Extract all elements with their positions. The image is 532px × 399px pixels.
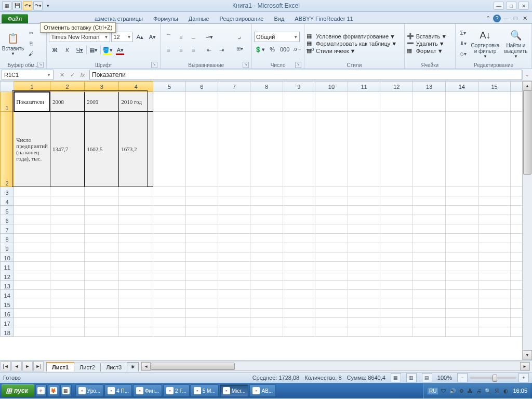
cell[interactable]: [445, 206, 478, 215]
column-header[interactable]: 12: [380, 82, 413, 92]
column-header[interactable]: 6: [185, 82, 218, 92]
cell[interactable]: [315, 299, 348, 309]
cell[interactable]: [153, 187, 185, 196]
cell[interactable]: [14, 281, 50, 290]
row-header[interactable]: 2: [1, 112, 14, 187]
cell[interactable]: [478, 299, 511, 309]
cell[interactable]: [218, 206, 250, 215]
column-header[interactable]: 14: [445, 82, 478, 92]
cell[interactable]: [50, 252, 84, 262]
percent-icon[interactable]: %: [267, 44, 278, 55]
number-format-combo[interactable]: Общий▼: [254, 32, 300, 42]
cell[interactable]: [85, 327, 119, 337]
cut-icon[interactable]: ✂: [26, 29, 36, 38]
cell[interactable]: [445, 92, 478, 112]
row-header[interactable]: 14: [1, 290, 14, 299]
name-box[interactable]: R1C1▼: [2, 70, 54, 80]
taskbar-app-button[interactable]: ▫Micr...: [220, 384, 249, 397]
column-header[interactable]: 10: [315, 82, 348, 92]
cell[interactable]: [445, 271, 478, 281]
cell[interactable]: [315, 234, 348, 243]
align-top-icon[interactable]: ⎴: [163, 31, 174, 43]
decrease-indent-icon[interactable]: ⇤: [203, 44, 215, 56]
tray-icon[interactable]: ◐: [502, 387, 509, 394]
cell[interactable]: [348, 224, 380, 234]
cell[interactable]: [119, 234, 153, 243]
row-header[interactable]: 1: [1, 92, 14, 112]
cell[interactable]: [185, 224, 218, 234]
align-bottom-icon[interactable]: ⎵: [188, 31, 199, 43]
cell[interactable]: [218, 234, 250, 243]
cell[interactable]: [478, 309, 511, 318]
cell[interactable]: [413, 327, 446, 337]
cell[interactable]: [185, 196, 218, 206]
cell[interactable]: [283, 309, 315, 318]
cell[interactable]: [478, 196, 511, 206]
cell[interactable]: [445, 327, 478, 337]
new-sheet-icon[interactable]: ✷: [127, 362, 139, 371]
excel-icon[interactable]: ▦: [2, 1, 11, 10]
cell[interactable]: [380, 318, 413, 327]
clear-icon[interactable]: ◇▾: [458, 49, 468, 59]
cell[interactable]: [185, 206, 218, 215]
ribbon-minimize-icon[interactable]: ⌃: [484, 14, 492, 22]
cell[interactable]: [153, 327, 185, 337]
cell[interactable]: [50, 215, 84, 224]
cell[interactable]: [218, 252, 250, 262]
cell[interactable]: [185, 234, 218, 243]
tray-icon[interactable]: 🔍: [484, 387, 491, 394]
cell[interactable]: [14, 196, 50, 206]
align-right-icon[interactable]: ≡: [188, 44, 199, 56]
cell[interactable]: [315, 224, 348, 234]
format-painter-icon[interactable]: 🖌: [26, 49, 36, 59]
taskbar-app-button[interactable]: ▫AB...: [249, 384, 276, 397]
cell[interactable]: [445, 309, 478, 318]
bold-button[interactable]: Ж: [49, 44, 60, 56]
taskbar-app-button[interactable]: ▫2 F...: [163, 384, 190, 397]
align-left-icon[interactable]: ≡: [163, 44, 174, 56]
cell[interactable]: [119, 243, 153, 252]
cell[interactable]: [380, 92, 413, 112]
column-header[interactable]: 4: [119, 82, 153, 92]
cell[interactable]: [478, 215, 511, 224]
cell[interactable]: [413, 187, 446, 196]
cell[interactable]: [315, 318, 348, 327]
cell[interactable]: [50, 243, 84, 252]
cell[interactable]: [413, 309, 446, 318]
cell[interactable]: [185, 187, 218, 196]
cell[interactable]: [380, 281, 413, 290]
cell[interactable]: [50, 318, 84, 327]
align-center-icon[interactable]: ≡: [175, 44, 187, 56]
cell[interactable]: [119, 299, 153, 309]
cell[interactable]: [445, 187, 478, 196]
column-header[interactable]: 5: [153, 82, 185, 92]
tab-view[interactable]: Вид: [269, 14, 289, 23]
cell[interactable]: [14, 224, 50, 234]
cell[interactable]: [119, 318, 153, 327]
row-header[interactable]: 8: [1, 234, 14, 243]
row-header[interactable]: 9: [1, 243, 14, 252]
zoom-in-icon[interactable]: +: [518, 373, 529, 382]
cell[interactable]: [348, 215, 380, 224]
cell[interactable]: [413, 281, 446, 290]
cell[interactable]: [380, 243, 413, 252]
cell[interactable]: [445, 281, 478, 290]
cell[interactable]: [315, 187, 348, 196]
cell[interactable]: [250, 243, 283, 252]
cell[interactable]: [185, 290, 218, 299]
format-cells-button[interactable]: ▦Формат▼: [407, 47, 447, 54]
font-size-combo[interactable]: 12▼: [111, 32, 133, 42]
cell[interactable]: [250, 196, 283, 206]
column-header[interactable]: 9: [283, 82, 315, 92]
cell[interactable]: [413, 206, 446, 215]
cell[interactable]: [153, 206, 185, 215]
row-header[interactable]: 7: [1, 224, 14, 234]
cell[interactable]: [85, 281, 119, 290]
cell[interactable]: [250, 290, 283, 299]
cell[interactable]: 1602,5: [85, 112, 119, 187]
cell[interactable]: [153, 252, 185, 262]
normal-view-icon[interactable]: ▦: [391, 373, 401, 382]
cell[interactable]: [85, 271, 119, 281]
zoom-level[interactable]: 100%: [437, 375, 452, 381]
cell[interactable]: [153, 92, 185, 112]
